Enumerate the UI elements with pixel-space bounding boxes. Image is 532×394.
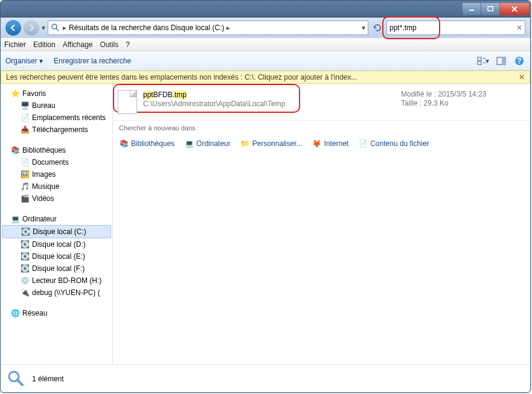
- modified-value: 2015/3/5 14:23: [438, 90, 486, 98]
- disk-icon: 💽: [20, 240, 30, 249]
- sidebar-item-drive-c[interactable]: 💽Disque local (C:): [2, 225, 111, 238]
- music-icon: 🎵: [20, 182, 30, 191]
- menu-file[interactable]: Fichier: [4, 40, 26, 49]
- history-dropdown-icon[interactable]: ▾: [42, 24, 45, 32]
- breadcrumb-drop-icon[interactable]: ▾: [362, 24, 365, 32]
- documents-icon: 📄: [20, 157, 30, 167]
- search-again-row: 📚Bibliothèques 💻Ordinateur 📁Personnalise…: [113, 135, 530, 152]
- organize-button[interactable]: Organiser ▾: [5, 57, 43, 65]
- videos-icon: 🎬: [20, 194, 30, 203]
- search-box[interactable]: ✕: [386, 21, 525, 35]
- help-button[interactable]: ?: [513, 56, 525, 66]
- search-again-label: Chercher à nouveau dans :: [113, 120, 530, 135]
- menu-help[interactable]: ?: [126, 40, 130, 49]
- preview-pane-button[interactable]: [495, 56, 507, 66]
- svg-rect-6: [502, 57, 505, 65]
- explorer-window: ▾ ▸ Résultats de la recherche dans Disqu…: [0, 0, 531, 393]
- search-location-icon: [51, 23, 60, 33]
- sidebar-item-drive-d[interactable]: 💽Disque local (D:): [1, 238, 112, 250]
- sidebar-item-music[interactable]: 🎵Musique: [1, 180, 112, 192]
- favorites-icon: ⭐: [10, 89, 20, 98]
- breadcrumb-sep-icon[interactable]: ▸: [225, 24, 231, 32]
- address-bar: ▾ ▸ Résultats de la recherche dans Disqu…: [1, 17, 530, 38]
- netdrive-icon: 🔌: [20, 288, 30, 297]
- result-item[interactable]: pptBFDB.tmp C:\Users\Administrator\AppDa…: [113, 84, 530, 120]
- search-again-customize[interactable]: 📁Personnaliser...: [240, 139, 303, 148]
- breadcrumb[interactable]: ▸ Résultats de la recherche dans Disque …: [48, 21, 368, 35]
- menu-bar: Fichier Edition Affichage Outils ?: [1, 38, 530, 51]
- status-bar: 1 élément: [1, 364, 530, 392]
- sidebar-item-documents[interactable]: 📄Documents: [1, 156, 112, 168]
- menu-view[interactable]: Affichage: [63, 40, 93, 49]
- save-search-button[interactable]: Enregistrer la recherche: [54, 57, 131, 65]
- search-again-internet[interactable]: 🦊Internet: [312, 139, 348, 148]
- toolbar: Organiser ▾ Enregistrer la recherche ▾ ?: [1, 51, 530, 71]
- breadcrumb-sep-icon: ▸: [62, 24, 68, 32]
- computer-header[interactable]: 💻 Ordinateur: [1, 213, 112, 225]
- optical-icon: 💿: [20, 276, 30, 285]
- svg-rect-0: [469, 10, 474, 11]
- close-button[interactable]: [500, 3, 529, 15]
- computer-icon: 💻: [10, 214, 20, 224]
- size-label: Taille :: [401, 99, 421, 107]
- magnifier-icon: [7, 369, 26, 389]
- firefox-icon: 🦊: [312, 139, 321, 148]
- search-again-libraries[interactable]: 📚Bibliothèques: [119, 139, 175, 148]
- disk-icon: 💽: [20, 252, 30, 261]
- sidebar-item-netdrive[interactable]: 🔌debug (\\YUEN-PC) (: [1, 287, 112, 299]
- status-count: 1 élément: [32, 375, 64, 383]
- disk-icon: 💽: [21, 227, 30, 237]
- sidebar-item-drive-e[interactable]: 💽Disque local (E:): [1, 250, 112, 262]
- sidebar-item-recent[interactable]: 📄Emplacements récents: [1, 112, 112, 124]
- refresh-button[interactable]: [371, 21, 384, 34]
- pictures-icon: 🖼️: [20, 170, 30, 179]
- libraries-icon: 📚: [10, 145, 20, 155]
- titlebar: [1, 1, 530, 17]
- folder-icon: 📁: [240, 139, 250, 148]
- size-value: 29.3 Ko: [423, 99, 448, 107]
- sidebar-item-bdrom[interactable]: 💿Lecteur BD-ROM (H:): [1, 275, 112, 287]
- result-filename: pptBFDB.tmp: [143, 90, 401, 99]
- sidebar-item-images[interactable]: 🖼️Images: [1, 168, 112, 180]
- libraries-header[interactable]: 📚 Bibliothèques: [1, 144, 112, 156]
- infobar-close-icon[interactable]: ✕: [519, 73, 525, 81]
- view-switch-button[interactable]: ▾: [477, 56, 489, 66]
- result-path: C:\Users\Administrator\AppData\Local\Tem…: [143, 100, 401, 108]
- results-pane: pptBFDB.tmp C:\Users\Administrator\AppDa…: [113, 84, 530, 364]
- favorites-header[interactable]: ⭐ Favoris: [1, 87, 112, 100]
- file-icon: [118, 90, 137, 114]
- sidebar-item-videos[interactable]: 🎬Vidéos: [1, 192, 112, 205]
- sidebar-item-drive-f[interactable]: 💽Disque local (F:): [1, 262, 112, 275]
- clear-search-icon[interactable]: ✕: [514, 24, 522, 32]
- desktop-icon: 🖥️: [20, 101, 30, 110]
- back-button[interactable]: [5, 20, 21, 36]
- breadcrumb-label: Résultats de la recherche dans Disque lo…: [69, 24, 224, 32]
- svg-text:?: ?: [517, 57, 521, 65]
- libraries-icon: 📚: [119, 139, 129, 148]
- svg-rect-3: [478, 57, 481, 60]
- svg-rect-4: [478, 62, 481, 65]
- infobar-text: Les recherches peuvent être lentes dans …: [6, 73, 357, 81]
- minimize-button[interactable]: [463, 3, 481, 15]
- navigation-pane: ⭐ Favoris 🖥️Bureau 📄Emplacements récents…: [1, 84, 113, 364]
- forward-button[interactable]: [24, 20, 39, 36]
- search-again-filecontent[interactable]: 📄Contenu du fichier: [358, 139, 429, 148]
- disk-icon: 💽: [20, 264, 30, 273]
- recent-icon: 📄: [20, 113, 30, 122]
- index-info-bar[interactable]: Les recherches peuvent être lentes dans …: [1, 71, 530, 84]
- menu-edit[interactable]: Edition: [33, 40, 56, 49]
- search-input[interactable]: [389, 24, 514, 32]
- search-again-computer[interactable]: 💻Ordinateur: [184, 139, 231, 148]
- sidebar-item-downloads[interactable]: 📥Téléchargements: [1, 124, 112, 136]
- maximize-button[interactable]: [481, 3, 499, 15]
- downloads-icon: 📥: [20, 125, 30, 135]
- modified-label: Modifié le :: [401, 90, 436, 98]
- svg-rect-1: [488, 7, 493, 11]
- svg-point-2: [52, 24, 57, 29]
- menu-tools[interactable]: Outils: [100, 40, 119, 49]
- file-content-icon: 📄: [358, 139, 368, 148]
- network-icon: 🌐: [10, 308, 20, 318]
- network-header[interactable]: 🌐 Réseau: [1, 307, 112, 319]
- sidebar-item-desktop[interactable]: 🖥️Bureau: [1, 100, 112, 112]
- computer-icon: 💻: [184, 139, 194, 148]
